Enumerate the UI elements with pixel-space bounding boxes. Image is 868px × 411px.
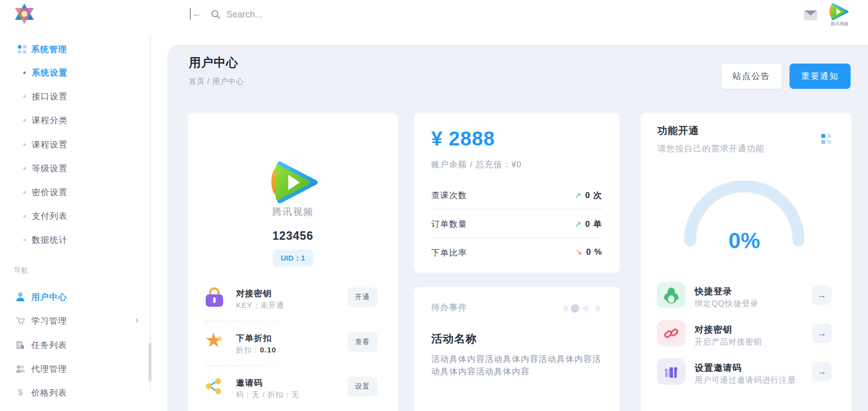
bullet-icon: [23, 191, 26, 194]
row-subtitle: KEY：未开通: [236, 301, 284, 310]
important-notice-button[interactable]: 重要通知: [789, 64, 851, 89]
feature-title: 设置邀请码: [695, 362, 742, 374]
mail-icon[interactable]: [804, 10, 817, 22]
event-body: 活动具体内容活动具体内容活动具体内容活动具体内容活动具体内容: [431, 353, 606, 378]
stat-value: ↗0 单: [574, 218, 602, 230]
feature-subtitle: 开启产品对接密钥: [695, 337, 762, 347]
sidebar-item-price-list[interactable]: $ 价格列表: [0, 385, 149, 400]
sidebar-scrollbar-track: [150, 36, 151, 391]
brand-avatar[interactable]: 腾讯视频: [827, 1, 853, 24]
user-icon: [15, 291, 26, 302]
gauge-value: 0%: [695, 228, 794, 253]
bullet-icon: [23, 167, 26, 170]
task-list-icon: [15, 340, 26, 350]
balance-amount: ¥ 2888: [431, 128, 495, 150]
search-icon[interactable]: [211, 9, 221, 21]
page-title: 用户中心: [189, 55, 238, 70]
sidebar-item-payment-list[interactable]: 支付列表: [0, 209, 149, 223]
sidebar-item-user-center[interactable]: 用户中心: [0, 289, 149, 304]
stat-label: 查课次数: [431, 190, 467, 201]
chevron-right-icon: ›: [135, 314, 139, 326]
site-announcement-button[interactable]: 站点公告: [721, 64, 782, 89]
trend-down-icon: ↘: [575, 248, 582, 256]
sidebar-item-secret-price-settings[interactable]: 密价设置: [0, 185, 149, 199]
divider: [431, 237, 602, 238]
stat-value: ↘0 %: [575, 247, 602, 257]
invite-code-arrow-button[interactable]: →: [812, 362, 832, 381]
features-subtitle: 请您按自己的需求开通功能: [657, 143, 765, 154]
bullet-icon: [23, 215, 26, 217]
stat-label: 下单比率: [431, 247, 467, 259]
app-logo-icon[interactable]: [13, 3, 36, 25]
sidebar-item-data-statistics[interactable]: 数据统计: [0, 233, 149, 247]
balance-card: ¥ 2888 账户余额 / 总充值：¥0 查课次数 ↗0 次 订单数量 ↗0 单…: [414, 113, 620, 273]
bullet-icon: [23, 71, 26, 74]
brand-caption: 腾讯视频: [827, 21, 853, 27]
sidebar-item-study-management[interactable]: 学习管理 ›: [0, 313, 149, 328]
app-window: 系统管理 系统设置 接口设置 课程分类 课程设置 等级设置 密价设置 支付列表 …: [0, 0, 868, 411]
sidebar-group-label: 系统管理: [31, 44, 67, 55]
row-title: 对接密钥: [236, 288, 272, 299]
link-icon: [657, 320, 686, 346]
feature-subtitle: 用户可通过邀请码进行注册: [695, 375, 796, 386]
feature-subtitle: 绑定QQ快捷登录: [695, 299, 759, 309]
sidebar-item-task-list[interactable]: 任务列表: [0, 338, 149, 352]
bullet-icon: [23, 239, 26, 241]
event-title: 活动名称: [431, 332, 477, 346]
profile-card: 腾讯视频 123456 UID：1 对接密钥 KEY：未开通 开通 ★★ 下单折…: [188, 113, 398, 411]
activate-button[interactable]: 开通: [347, 287, 378, 307]
sidebar-group-system-management[interactable]: 系统管理: [18, 44, 67, 55]
sidebar-item-course-category[interactable]: 课程分类: [0, 113, 149, 127]
uid-badge: UID：1: [273, 250, 313, 267]
grid-icon[interactable]: [821, 134, 831, 144]
view-button[interactable]: 查看: [347, 332, 378, 352]
tencent-video-logo: [265, 158, 320, 209]
lock-icon: [205, 287, 226, 310]
row-title: 邀请码: [236, 377, 263, 389]
sidebar-item-agent-management[interactable]: 代理管理: [0, 361, 149, 376]
stat-label: 订单数量: [431, 218, 467, 230]
trend-up-icon: ↗: [574, 220, 581, 228]
quick-login-arrow-button[interactable]: →: [812, 285, 832, 305]
cart-icon: [15, 315, 26, 326]
grid-icon: [18, 45, 26, 54]
features-title: 功能开通: [657, 124, 699, 137]
bullet-icon: [23, 95, 26, 98]
row-subtitle: 码：无 / 折扣：无: [236, 390, 300, 400]
trend-up-icon: ↗: [574, 191, 581, 200]
api-key-arrow-button[interactable]: →: [812, 324, 832, 343]
balance-caption: 账户余额 / 总充值：¥0: [431, 159, 522, 170]
carousel-dot[interactable]: [563, 306, 568, 311]
feature-title: 对接密钥: [695, 324, 732, 336]
sidebar-item-level-settings[interactable]: 等级设置: [0, 161, 149, 175]
todo-card: 待办事件 活动名称 活动具体内容活动具体内容活动具体内容活动具体内容活动具体内容: [414, 287, 620, 411]
agents-icon: [15, 363, 26, 374]
carousel-dot[interactable]: [595, 306, 601, 311]
bullet-icon: [23, 119, 26, 122]
divider: [431, 208, 602, 209]
row-title: 下单折扣: [236, 333, 272, 344]
collapse-back-icon[interactable]: ←: [190, 8, 202, 20]
sidebar-scrollbar-thumb[interactable]: [149, 342, 152, 381]
divider: [206, 365, 355, 366]
feature-title: 快捷登录: [695, 285, 732, 297]
dollar-icon: $: [15, 387, 26, 398]
sidebar: 系统管理 系统设置 接口设置 课程分类 课程设置 等级设置 密价设置 支付列表 …: [0, 0, 167, 411]
sidebar-section-label: 导航: [14, 266, 28, 275]
brand-caption: 腾讯视频: [188, 206, 398, 218]
gift-icon: [657, 358, 686, 385]
carousel-dot[interactable]: [583, 306, 589, 311]
star-icon: ★★: [205, 332, 226, 354]
sidebar-item-course-settings[interactable]: 课程设置: [0, 137, 149, 151]
search-input[interactable]: [227, 6, 435, 22]
qq-penguin-icon: [657, 282, 686, 308]
breadcrumb[interactable]: 首页 / 用户中心: [189, 77, 244, 86]
sidebar-item-api-settings[interactable]: 接口设置: [0, 89, 149, 103]
bullet-icon: [23, 143, 26, 146]
carousel-dot-active[interactable]: [571, 304, 579, 313]
sidebar-item-system-settings[interactable]: 系统设置: [0, 66, 149, 79]
share-icon: [205, 377, 226, 400]
divider: [206, 321, 355, 322]
todo-card-title: 待办事件: [431, 302, 467, 313]
setup-button[interactable]: 设置: [347, 377, 378, 397]
